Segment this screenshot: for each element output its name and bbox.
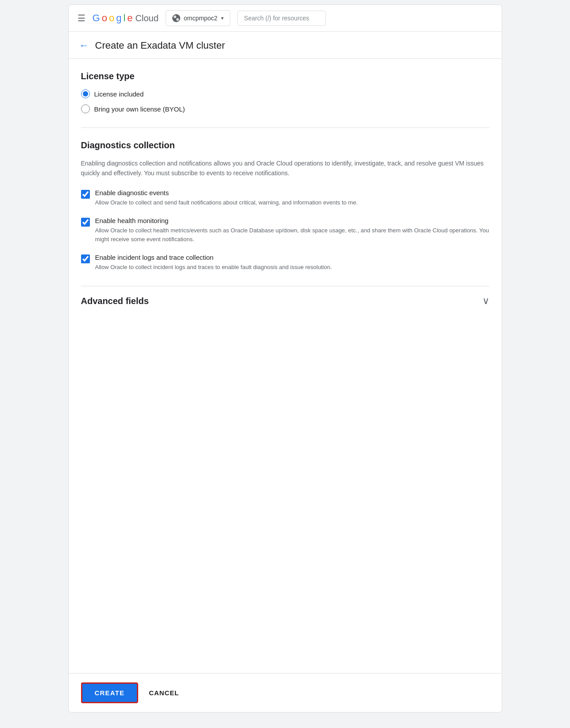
- incident-logs-content: Enable incident logs and trace collectio…: [95, 254, 332, 272]
- diagnostic-events-checkbox[interactable]: [81, 190, 90, 199]
- page-header: ← Create an Exadata VM cluster: [69, 32, 502, 59]
- incident-logs-item: Enable incident logs and trace collectio…: [81, 254, 489, 272]
- health-monitoring-item: Enable health monitoring Allow Oracle to…: [81, 217, 489, 244]
- divider-1: [81, 127, 489, 128]
- license-section-title: License type: [81, 71, 489, 81]
- byol-label: Bring your own license (BYOL): [94, 105, 185, 113]
- byol-radio[interactable]: [81, 104, 90, 113]
- incident-logs-label: Enable incident logs and trace collectio…: [95, 254, 332, 261]
- back-button[interactable]: ←: [79, 40, 89, 51]
- diagnostics-section: Diagnostics collection Enabling diagnost…: [81, 140, 489, 272]
- search-bar[interactable]: Search (/) for resources: [237, 11, 326, 26]
- incident-logs-checkbox[interactable]: [81, 254, 90, 263]
- chevron-down-icon: ∨: [482, 295, 489, 307]
- license-included-label: License included: [94, 90, 144, 98]
- health-monitoring-checkbox[interactable]: [81, 218, 90, 227]
- diagnostic-events-item: Enable diagnostic events Allow Oracle to…: [81, 189, 489, 207]
- diagnostics-description: Enabling diagnostics collection and noti…: [81, 158, 489, 178]
- incident-logs-desc: Allow Oracle to collect incident logs an…: [95, 263, 332, 272]
- advanced-section-title: Advanced fields: [81, 296, 149, 306]
- svg-point-0: [174, 15, 176, 18]
- health-monitoring-label: Enable health monitoring: [95, 217, 489, 224]
- health-monitoring-content: Enable health monitoring Allow Oracle to…: [95, 217, 489, 244]
- diagnostics-checkbox-group: Enable diagnostic events Allow Oracle to…: [81, 189, 489, 272]
- create-button[interactable]: CREATE: [81, 682, 139, 703]
- project-dropdown-arrow: ▾: [221, 15, 224, 21]
- license-radio-group: License included Bring your own license …: [81, 89, 489, 113]
- main-content: License type License included Bring your…: [69, 59, 502, 673]
- license-included-option[interactable]: License included: [81, 89, 489, 98]
- svg-point-1: [176, 18, 179, 21]
- footer: CREATE CANCEL: [69, 673, 502, 712]
- diagnostic-events-label: Enable diagnostic events: [95, 189, 358, 196]
- advanced-section[interactable]: Advanced fields ∨: [81, 286, 489, 316]
- hamburger-icon[interactable]: ☰: [78, 13, 85, 23]
- license-section: License type License included Bring your…: [81, 71, 489, 113]
- diagnostic-events-desc: Allow Oracle to collect and send fault n…: [95, 198, 358, 207]
- diagnostic-events-content: Enable diagnostic events Allow Oracle to…: [95, 189, 358, 207]
- topbar: ☰ Google Cloud omcpmpoc2 ▾ Search (/) fo…: [69, 5, 502, 32]
- project-name: omcpmpoc2: [184, 15, 217, 22]
- byol-option[interactable]: Bring your own license (BYOL): [81, 104, 489, 113]
- google-cloud-logo: Google Cloud: [93, 12, 159, 24]
- project-selector[interactable]: omcpmpoc2 ▾: [166, 10, 230, 26]
- cancel-button[interactable]: CANCEL: [149, 689, 179, 697]
- license-included-radio[interactable]: [81, 89, 90, 98]
- app-window: ☰ Google Cloud omcpmpoc2 ▾ Search (/) fo…: [68, 4, 502, 713]
- page-title: Create an Exadata VM cluster: [95, 40, 225, 51]
- diagnostics-section-title: Diagnostics collection: [81, 140, 489, 150]
- project-icon: [172, 14, 180, 22]
- health-monitoring-desc: Allow Oracle to collect health metrics/e…: [95, 226, 489, 244]
